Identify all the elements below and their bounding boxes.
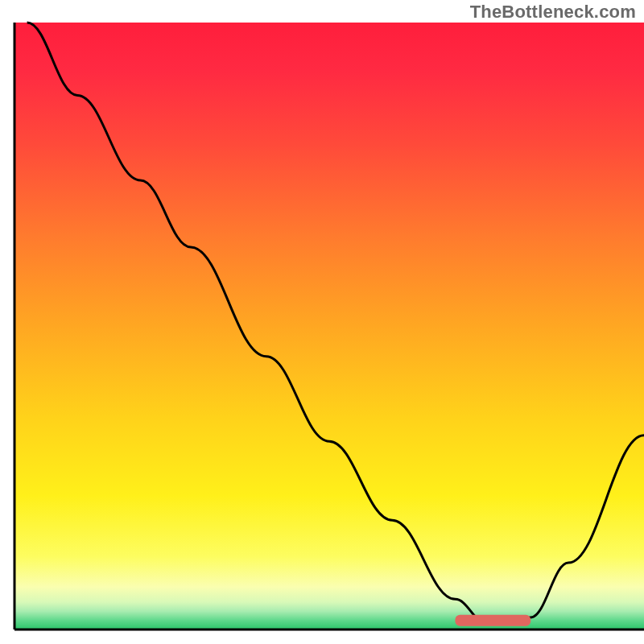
gradient-background bbox=[14, 23, 644, 630]
plot-area bbox=[14, 23, 644, 630]
watermark-text: TheBottleneck.com bbox=[470, 2, 636, 23]
chart-container: TheBottleneck.com bbox=[0, 0, 644, 644]
optimal-range-marker bbox=[455, 615, 530, 626]
bottleneck-chart bbox=[0, 0, 644, 644]
